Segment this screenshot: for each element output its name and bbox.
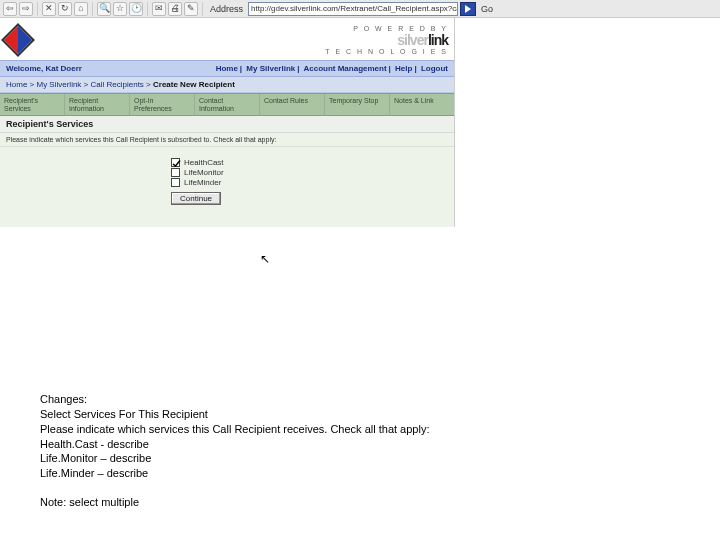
crumb-current: Create New Recipient — [153, 80, 235, 89]
app-page: P O W E R E D B Y silverlink T E C H N O… — [0, 18, 455, 227]
favorites-icon[interactable]: ☆ — [113, 2, 127, 16]
stop-icon[interactable]: ✕ — [42, 2, 56, 16]
brand-row: P O W E R E D B Y silverlink T E C H N O… — [0, 18, 454, 60]
company-logo-icon — [1, 23, 35, 57]
home-icon[interactable]: ⌂ — [74, 2, 88, 16]
go-label: Go — [478, 4, 496, 14]
tab-contact-information[interactable]: Contact Information — [195, 94, 260, 115]
nav-my-silverlink[interactable]: My Silverlink — [246, 64, 295, 73]
tab-contact-rules[interactable]: Contact Rules — [260, 94, 325, 115]
service-label-lifemonitor: LifeMonitor — [184, 168, 224, 177]
refresh-icon[interactable]: ↻ — [58, 2, 72, 16]
welcome-bar: Welcome, Kat Doerr Home| My Silverlink| … — [0, 60, 454, 77]
go-arrow-icon — [465, 5, 471, 13]
crumb-home[interactable]: Home — [6, 80, 27, 89]
continue-button[interactable]: Continue — [171, 192, 221, 205]
checkbox-lifemonitor[interactable] — [171, 168, 180, 177]
welcome-links: Home| My Silverlink| Account Management|… — [216, 64, 448, 73]
browser-toolbar: ⇦ ⇨ ✕ ↻ ⌂ 🔍 ☆ 🕑 ✉ 🖨 ✎ Address http://gde… — [0, 0, 720, 18]
brand-tagline: T E C H N O L O G I E S — [325, 48, 448, 55]
nav-account-management[interactable]: Account Management — [303, 64, 386, 73]
mail-icon[interactable]: ✉ — [152, 2, 166, 16]
welcome-greeting: Welcome, Kat Doerr — [6, 64, 82, 73]
checkbox-lifeminder[interactable] — [171, 178, 180, 187]
tab-recipient-information[interactable]: Recipient Information — [65, 94, 130, 115]
go-button[interactable] — [460, 2, 476, 16]
address-value: http://gdev.silverlink.com/Rextranet/Cal… — [251, 4, 458, 13]
silverlink-logo: silverlink — [325, 32, 448, 48]
address-label: Address — [207, 4, 246, 14]
powered-by-label: P O W E R E D B Y — [325, 25, 448, 32]
service-row-lifemonitor: LifeMonitor — [171, 168, 448, 177]
nav-help[interactable]: Help — [395, 64, 412, 73]
breadcrumb: Home > My Silverlink > Call Recipients >… — [0, 77, 454, 93]
logo-part-soft: silver — [397, 32, 428, 48]
crumb-my-silverlink[interactable]: My Silverlink — [36, 80, 81, 89]
tab-notes-link[interactable]: Notes & Link — [390, 94, 454, 115]
section-title: Recipient's Services — [0, 116, 454, 133]
service-label-healthcast: HealthCast — [184, 158, 224, 167]
print-icon[interactable]: 🖨 — [168, 2, 182, 16]
tab-optin-preferences[interactable]: Opt-In Preferences — [130, 94, 195, 115]
logo-part-hard: link — [428, 32, 448, 48]
section-instruction: Please indicate which services this Call… — [0, 133, 454, 147]
search-icon[interactable]: 🔍 — [97, 2, 111, 16]
tabs: Recipient's Services Recipient Informati… — [0, 93, 454, 116]
history-icon[interactable]: 🕑 — [129, 2, 143, 16]
forward-icon[interactable]: ⇨ — [19, 2, 33, 16]
checkbox-healthcast[interactable] — [171, 158, 180, 167]
service-row-lifeminder: LifeMinder — [171, 178, 448, 187]
address-bar[interactable]: http://gdev.silverlink.com/Rextranet/Cal… — [248, 2, 458, 16]
nav-home[interactable]: Home — [216, 64, 238, 73]
crumb-call-recipients[interactable]: Call Recipients — [91, 80, 144, 89]
service-row-healthcast: HealthCast — [171, 158, 448, 167]
back-icon[interactable]: ⇦ — [3, 2, 17, 16]
services-form: HealthCast LifeMonitor LifeMinder Contin… — [0, 147, 454, 227]
tab-temporary-stop[interactable]: Temporary Stop — [325, 94, 390, 115]
service-label-lifeminder: LifeMinder — [184, 178, 221, 187]
tab-recipients-services[interactable]: Recipient's Services — [0, 94, 65, 115]
powered-by: P O W E R E D B Y silverlink T E C H N O… — [325, 25, 448, 55]
nav-logout[interactable]: Logout — [421, 64, 448, 73]
edit-icon[interactable]: ✎ — [184, 2, 198, 16]
